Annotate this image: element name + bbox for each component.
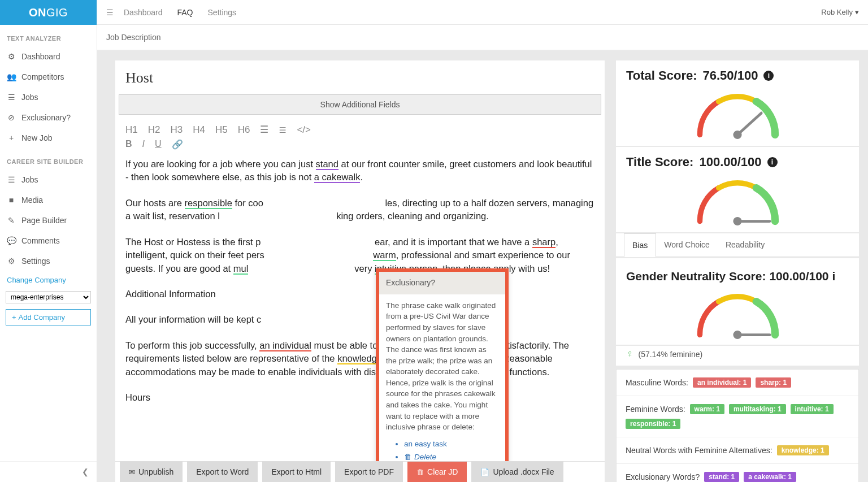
sidebar-item-dashboard[interactable]: ⚙Dashboard [0, 46, 97, 67]
job-title: Host [115, 60, 605, 94]
exclusionary-icon: ⊘ [7, 113, 16, 122]
export-html-button[interactable]: Export to Html [262, 462, 331, 482]
sidebar-item-jobs[interactable]: ☰Jobs [0, 87, 97, 107]
sidebar-label: Dashboard [21, 52, 60, 61]
btn-label: Clear JD [427, 467, 458, 476]
word-badge[interactable]: responsible: 1 [626, 419, 680, 429]
h4-button[interactable]: H4 [193, 124, 205, 136]
sidebar-item-jobs2[interactable]: ☰Jobs [0, 170, 97, 190]
total-gauge [626, 83, 849, 141]
feminine-line: ♀ (57.14% feminine) [616, 346, 859, 366]
link-button[interactable]: 🔗 [172, 139, 183, 150]
h6-button[interactable]: H6 [238, 124, 250, 136]
logo-gig: GIG [46, 6, 68, 19]
sidebar: ONGIG TEXT ANALYZER ⚙Dashboard 👥Competit… [0, 0, 97, 482]
female-icon: ♀ [626, 348, 634, 360]
word-row: Neutral Words with Feminine Alternatives… [617, 437, 858, 464]
export-pdf-button[interactable]: Export to PDF [335, 462, 403, 482]
ul-button[interactable]: ☰ [260, 124, 268, 136]
bold-button[interactable]: B [125, 139, 132, 150]
code-button[interactable]: </> [297, 124, 311, 136]
settings-icon: ⚙ [7, 257, 16, 266]
editor-document[interactable]: If you are looking for a job where you c… [115, 155, 605, 461]
word-badge[interactable]: a cakewalk: 1 [744, 472, 796, 482]
h3-button[interactable]: H3 [170, 124, 183, 136]
sidebar-collapse[interactable]: ❮ [0, 461, 97, 482]
sidebar-item-media[interactable]: ■Media [0, 190, 97, 210]
breadcrumb: Job Description [97, 25, 868, 50]
add-company-button[interactable]: +Add Company [6, 309, 91, 325]
title-score-value: 100.00/100 [699, 155, 761, 170]
suggestion-link[interactable]: an easy task [404, 440, 447, 448]
tab-word-choice[interactable]: Word Choice [656, 233, 718, 257]
sidebar-label: Jobs [21, 175, 38, 184]
word-row: Exclusionary Words?stand: 1a cakewalk: 1 [617, 464, 858, 482]
word-badge[interactable]: sharp: 1 [756, 377, 791, 388]
btn-label: Unpublish [138, 467, 173, 476]
tab-bias[interactable]: Bias [624, 233, 656, 257]
media-icon: ■ [7, 196, 16, 205]
section-title-csb: CAREER SITE BUILDER [0, 148, 97, 170]
underline-button[interactable]: U [155, 139, 162, 150]
pagebuilder-icon: ✎ [7, 216, 16, 225]
mail-icon: ✉ [129, 468, 135, 476]
sidebar-item-competitors[interactable]: 👥Competitors [0, 67, 97, 87]
sidebar-label: Page Builder [21, 216, 67, 225]
sidebar-label: New Job [21, 133, 52, 142]
tab-readability[interactable]: Readability [718, 233, 772, 257]
italic-button[interactable]: I [142, 139, 145, 150]
content: Host Show Additional Fields H1 H2 H3 H4 … [97, 50, 868, 482]
unpublish-button[interactable]: ✉Unpublish [120, 462, 183, 482]
logo: ONGIG [0, 0, 97, 25]
title-score-block: Title Score: 100.00/100 i [616, 147, 859, 232]
plus-icon: + [12, 313, 16, 322]
word-categories: Masculine Words:an individual: 1sharp: 1… [616, 369, 859, 482]
nav-faq[interactable]: FAQ [177, 8, 193, 17]
h1-button[interactable]: H1 [125, 124, 138, 136]
info-icon[interactable]: i [832, 270, 836, 283]
sidebar-label: Jobs [21, 93, 38, 102]
delete-link[interactable]: Delete [414, 453, 436, 461]
ol-button[interactable]: ≣ [279, 124, 287, 136]
gender-value: 100.00/100 [769, 270, 828, 283]
show-additional-fields[interactable]: Show Additional Fields [119, 94, 601, 115]
sidebar-label: Media [21, 196, 43, 205]
word-badge[interactable]: knowledge: 1 [777, 445, 829, 455]
info-icon[interactable]: i [763, 71, 774, 81]
jobs2-icon: ☰ [7, 175, 16, 184]
info-icon[interactable]: i [767, 157, 778, 167]
word-badge[interactable]: an individual: 1 [693, 377, 751, 388]
user-menu[interactable]: Rob Kelly▾ [821, 8, 859, 16]
sidebar-label: Comments [21, 236, 60, 245]
word-row: Feminine Words:warm: 1multitasking: 1int… [617, 396, 858, 437]
sidebar-item-exclusionary[interactable]: ⊘Exclusionary? [0, 107, 97, 128]
nav-dashboard[interactable]: Dashboard [124, 8, 163, 17]
export-word-button[interactable]: Export to Word [187, 462, 258, 482]
word-badge[interactable]: intuitive: 1 [791, 404, 834, 414]
add-company-label: Add Company [19, 313, 65, 322]
title-gauge [626, 170, 849, 228]
hamburger-icon[interactable]: ☰ [106, 8, 114, 17]
sidebar-item-page-builder[interactable]: ✎Page Builder [0, 210, 97, 231]
h5-button[interactable]: H5 [215, 124, 228, 136]
sidebar-item-new-job[interactable]: +New Job [0, 128, 97, 148]
trash2-icon: 🗑 [416, 468, 424, 476]
upload-docx-button[interactable]: 📄Upload .docx File [471, 462, 563, 482]
action-bar: ✉Unpublish Export to Word Export to Html… [115, 461, 605, 482]
sidebar-item-comments[interactable]: 💬Comments [0, 231, 97, 251]
word-row-label: Feminine Words: [626, 405, 685, 414]
sidebar-label: Settings [21, 257, 50, 266]
change-company-link[interactable]: Change Company [0, 271, 97, 289]
scores-panel: Total Score: 76.50/100 i Title Score: 10… [616, 60, 859, 482]
clear-jd-button[interactable]: 🗑Clear JD [407, 462, 467, 482]
h2-button[interactable]: H2 [148, 124, 160, 136]
file-icon: 📄 [480, 468, 489, 476]
word-badge[interactable]: multitasking: 1 [729, 404, 786, 414]
company-select[interactable]: mega-enterprises [6, 291, 91, 303]
editor-panel: Host Show Additional Fields H1 H2 H3 H4 … [115, 60, 605, 482]
word-badge[interactable]: stand: 1 [704, 472, 739, 482]
popover-text: The phrase cake walk originated from a p… [386, 300, 498, 433]
sidebar-item-settings[interactable]: ⚙Settings [0, 251, 97, 271]
nav-settings[interactable]: Settings [208, 8, 237, 17]
word-badge[interactable]: warm: 1 [690, 404, 724, 414]
